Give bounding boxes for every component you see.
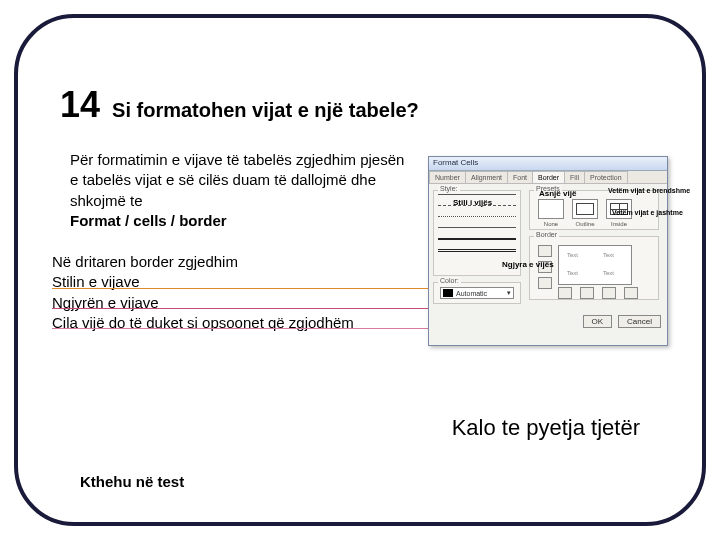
border-edge-button[interactable] — [538, 245, 552, 257]
preview-text: Text — [567, 252, 578, 258]
heading: 14 Si formatohen vijat e një tabele? — [60, 84, 419, 126]
callout-outer: Vetëm vijat e jashtme — [612, 209, 683, 216]
callout-inner: Vetëm vijat e brendshme — [608, 187, 690, 194]
color-group: Color: Automatic ▾ — [433, 282, 521, 304]
preview-text: Text — [567, 270, 578, 276]
pointer-line-2 — [52, 308, 492, 309]
callout-color: Ngjyra e vijës — [502, 260, 554, 269]
color-swatch — [443, 289, 453, 297]
border-edge-button[interactable] — [538, 277, 552, 289]
steps-list: Në dritaren border zgjedhim Stilin e vij… — [52, 252, 432, 333]
format-cells-dialog: Format Cells Number Alignment Font Borde… — [428, 156, 668, 346]
line-group-label: Style: — [438, 185, 460, 192]
back-to-test-link[interactable]: Kthehu në test — [80, 473, 184, 490]
tab-number[interactable]: Number — [429, 171, 466, 183]
intro-text: Për formatimin e vijave të tabelës zgjed… — [70, 151, 404, 209]
intro-path: Format / cells / border — [70, 212, 227, 229]
steps-item-1: Stilin e vijave — [52, 272, 432, 292]
dialog-title: Format Cells — [429, 157, 667, 171]
line-style-option[interactable] — [438, 249, 516, 257]
border-edge-button[interactable] — [558, 287, 572, 299]
preview-text: Text — [603, 270, 614, 276]
line-style-option[interactable] — [438, 216, 516, 224]
callout-style: Stili i vijës — [453, 198, 492, 207]
color-dropdown[interactable]: Automatic ▾ — [440, 287, 514, 299]
preset-cap-outline: Outline — [570, 221, 600, 227]
dialog-footer: OK Cancel — [583, 315, 661, 328]
pointer-line-1 — [52, 288, 444, 289]
steps-lead: Në dritaren border zgjedhim — [52, 252, 432, 272]
border-edge-button[interactable] — [624, 287, 638, 299]
preview-text: Text — [603, 252, 614, 258]
intro-paragraph: Për formatimin e vijave të tabelës zgjed… — [70, 150, 410, 231]
dialog-tabs: Number Alignment Font Border Fill Protec… — [429, 171, 667, 184]
line-style-option[interactable] — [438, 238, 516, 246]
preset-cap-inside: Inside — [604, 221, 634, 227]
line-style-option[interactable] — [438, 227, 516, 235]
border-edge-button[interactable] — [580, 287, 594, 299]
steps-item-3: Cila vijë do të duket si opsoonet që zgj… — [52, 313, 432, 333]
border-edge-button[interactable] — [602, 287, 616, 299]
slide: 14 Si formatohen vijat e një tabele? Për… — [0, 0, 720, 540]
color-label: Color: — [438, 277, 461, 284]
chevron-down-icon: ▾ — [507, 289, 511, 297]
heading-number: 14 — [60, 84, 100, 126]
next-question-link[interactable]: Kalo te pyetja tjetër — [452, 415, 640, 441]
border-preview: Text Text Text Text — [558, 245, 632, 285]
color-value: Automatic — [453, 290, 507, 297]
tab-alignment[interactable]: Alignment — [465, 171, 508, 183]
border-label: Border — [534, 231, 559, 238]
heading-title: Si formatohen vijat e një tabele? — [112, 99, 419, 122]
callout-none: Asnjë vijë — [539, 189, 576, 198]
tab-fill[interactable]: Fill — [564, 171, 585, 183]
cancel-button[interactable]: Cancel — [618, 315, 661, 328]
preset-cap-none: None — [536, 221, 566, 227]
tab-border[interactable]: Border — [532, 171, 565, 183]
ok-button[interactable]: OK — [583, 315, 613, 328]
preset-outline[interactable] — [572, 199, 598, 219]
preset-none[interactable] — [538, 199, 564, 219]
tab-font[interactable]: Font — [507, 171, 533, 183]
steps-item-2: Ngjyrën e vijave — [52, 293, 432, 313]
tab-protection[interactable]: Protection — [584, 171, 628, 183]
